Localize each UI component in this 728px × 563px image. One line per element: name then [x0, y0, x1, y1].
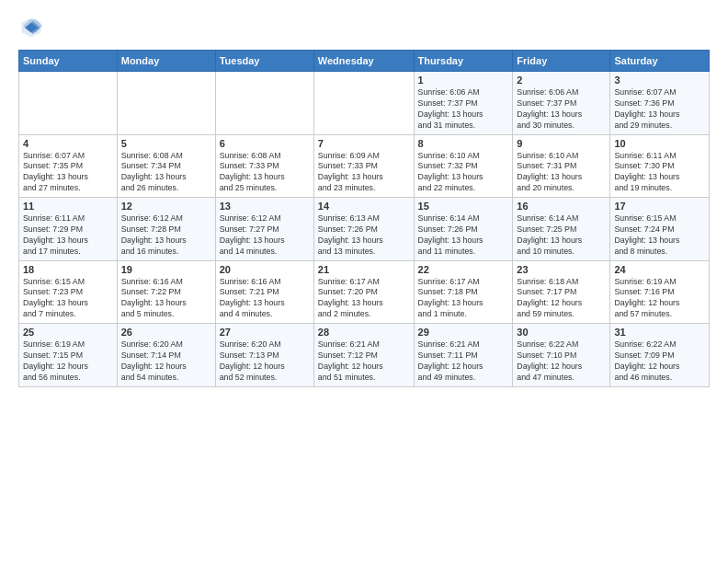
day-info: Sunrise: 6:07 AM Sunset: 7:35 PM Dayligh…: [23, 151, 113, 195]
calendar-week-2: 4Sunrise: 6:07 AM Sunset: 7:35 PM Daylig…: [19, 134, 710, 198]
calendar-cell: 3Sunrise: 6:07 AM Sunset: 7:36 PM Daylig…: [610, 72, 710, 135]
day-info: Sunrise: 6:08 AM Sunset: 7:33 PM Dayligh…: [220, 151, 310, 195]
day-number: 15: [418, 201, 509, 212]
day-number: 26: [121, 327, 211, 338]
day-number: 21: [318, 264, 410, 275]
calendar-cell: 23Sunrise: 6:18 AM Sunset: 7:17 PM Dayli…: [513, 260, 610, 324]
calendar-cell: 15Sunrise: 6:14 AM Sunset: 7:26 PM Dayli…: [414, 198, 513, 261]
day-info: Sunrise: 6:16 AM Sunset: 7:21 PM Dayligh…: [220, 277, 310, 321]
day-info: Sunrise: 6:18 AM Sunset: 7:17 PM Dayligh…: [517, 277, 606, 321]
day-number: 29: [418, 327, 509, 338]
calendar-cell: 27Sunrise: 6:20 AM Sunset: 7:13 PM Dayli…: [215, 324, 313, 387]
day-info: Sunrise: 6:21 AM Sunset: 7:11 PM Dayligh…: [418, 339, 509, 384]
day-number: 20: [220, 264, 310, 275]
day-number: 24: [614, 264, 705, 275]
calendar-cell: 10Sunrise: 6:11 AM Sunset: 7:30 PM Dayli…: [610, 134, 710, 198]
calendar-week-4: 18Sunrise: 6:15 AM Sunset: 7:23 PM Dayli…: [19, 260, 710, 324]
day-info: Sunrise: 6:16 AM Sunset: 7:22 PM Dayligh…: [121, 277, 211, 321]
day-number: 7: [318, 138, 410, 149]
day-number: 8: [418, 138, 509, 149]
day-number: 10: [614, 138, 705, 149]
calendar-cell: 6Sunrise: 6:08 AM Sunset: 7:33 PM Daylig…: [215, 134, 313, 198]
day-info: Sunrise: 6:08 AM Sunset: 7:34 PM Dayligh…: [121, 151, 211, 195]
day-info: Sunrise: 6:15 AM Sunset: 7:23 PM Dayligh…: [23, 277, 113, 321]
calendar-cell: 4Sunrise: 6:07 AM Sunset: 7:35 PM Daylig…: [19, 134, 118, 198]
day-info: Sunrise: 6:20 AM Sunset: 7:13 PM Dayligh…: [220, 339, 310, 384]
calendar-cell: 26Sunrise: 6:20 AM Sunset: 7:14 PM Dayli…: [117, 324, 215, 387]
day-number: 31: [614, 327, 705, 338]
calendar-cell: 31Sunrise: 6:22 AM Sunset: 7:09 PM Dayli…: [610, 324, 710, 387]
day-info: Sunrise: 6:21 AM Sunset: 7:12 PM Dayligh…: [318, 339, 410, 384]
calendar-cell: 11Sunrise: 6:11 AM Sunset: 7:29 PM Dayli…: [19, 198, 118, 261]
calendar-header-tuesday: Tuesday: [215, 51, 313, 72]
calendar-cell: 17Sunrise: 6:15 AM Sunset: 7:24 PM Dayli…: [610, 198, 710, 261]
day-number: 18: [23, 264, 113, 275]
day-number: 6: [220, 138, 310, 149]
day-number: 22: [418, 264, 509, 275]
day-info: Sunrise: 6:15 AM Sunset: 7:24 PM Dayligh…: [614, 213, 705, 258]
logo: [18, 15, 48, 40]
day-info: Sunrise: 6:07 AM Sunset: 7:36 PM Dayligh…: [614, 87, 705, 132]
calendar-header-row: SundayMondayTuesdayWednesdayThursdayFrid…: [19, 51, 710, 72]
calendar-cell: 13Sunrise: 6:12 AM Sunset: 7:27 PM Dayli…: [215, 198, 313, 261]
calendar-week-3: 11Sunrise: 6:11 AM Sunset: 7:29 PM Dayli…: [19, 198, 710, 261]
calendar-cell: 19Sunrise: 6:16 AM Sunset: 7:22 PM Dayli…: [117, 260, 215, 324]
day-info: Sunrise: 6:10 AM Sunset: 7:32 PM Dayligh…: [418, 151, 509, 195]
calendar-cell: 30Sunrise: 6:22 AM Sunset: 7:10 PM Dayli…: [513, 324, 610, 387]
calendar-header-saturday: Saturday: [610, 51, 710, 72]
calendar-table: SundayMondayTuesdayWednesdayThursdayFrid…: [18, 50, 710, 387]
day-info: Sunrise: 6:10 AM Sunset: 7:31 PM Dayligh…: [517, 151, 606, 195]
calendar-cell: 22Sunrise: 6:17 AM Sunset: 7:18 PM Dayli…: [414, 260, 513, 324]
day-info: Sunrise: 6:06 AM Sunset: 7:37 PM Dayligh…: [418, 87, 509, 132]
calendar-header-thursday: Thursday: [414, 51, 513, 72]
day-info: Sunrise: 6:19 AM Sunset: 7:16 PM Dayligh…: [614, 277, 705, 321]
day-number: 3: [614, 75, 705, 86]
day-info: Sunrise: 6:06 AM Sunset: 7:37 PM Dayligh…: [517, 87, 606, 132]
day-number: 2: [517, 75, 606, 86]
day-info: Sunrise: 6:14 AM Sunset: 7:26 PM Dayligh…: [418, 213, 509, 258]
calendar-cell: [215, 72, 313, 135]
day-number: 23: [517, 264, 606, 275]
calendar-cell: 18Sunrise: 6:15 AM Sunset: 7:23 PM Dayli…: [19, 260, 118, 324]
calendar-cell: 1Sunrise: 6:06 AM Sunset: 7:37 PM Daylig…: [414, 72, 513, 135]
calendar-cell: [117, 72, 215, 135]
day-number: 5: [121, 138, 211, 149]
day-number: 13: [220, 201, 310, 212]
day-info: Sunrise: 6:13 AM Sunset: 7:26 PM Dayligh…: [318, 213, 410, 258]
calendar-cell: 14Sunrise: 6:13 AM Sunset: 7:26 PM Dayli…: [313, 198, 414, 261]
day-number: 14: [318, 201, 410, 212]
calendar-cell: 7Sunrise: 6:09 AM Sunset: 7:33 PM Daylig…: [313, 134, 414, 198]
day-info: Sunrise: 6:12 AM Sunset: 7:28 PM Dayligh…: [121, 213, 211, 258]
day-number: 12: [121, 201, 211, 212]
day-info: Sunrise: 6:12 AM Sunset: 7:27 PM Dayligh…: [220, 213, 310, 258]
day-info: Sunrise: 6:14 AM Sunset: 7:25 PM Dayligh…: [517, 213, 606, 258]
day-info: Sunrise: 6:17 AM Sunset: 7:18 PM Dayligh…: [418, 277, 509, 321]
day-number: 1: [418, 75, 509, 86]
page-header: [18, 15, 710, 40]
calendar-cell: 9Sunrise: 6:10 AM Sunset: 7:31 PM Daylig…: [513, 134, 610, 198]
calendar-cell: 21Sunrise: 6:17 AM Sunset: 7:20 PM Dayli…: [313, 260, 414, 324]
day-number: 17: [614, 201, 705, 212]
calendar-cell: 20Sunrise: 6:16 AM Sunset: 7:21 PM Dayli…: [215, 260, 313, 324]
calendar-cell: [19, 72, 118, 135]
day-number: 4: [23, 138, 113, 149]
day-number: 28: [318, 327, 410, 338]
day-info: Sunrise: 6:17 AM Sunset: 7:20 PM Dayligh…: [318, 277, 410, 321]
calendar-header-sunday: Sunday: [19, 51, 118, 72]
calendar-header-friday: Friday: [513, 51, 610, 72]
day-number: 11: [23, 201, 113, 212]
calendar-cell: 5Sunrise: 6:08 AM Sunset: 7:34 PM Daylig…: [117, 134, 215, 198]
day-number: 27: [220, 327, 310, 338]
day-number: 16: [517, 201, 606, 212]
day-number: 9: [517, 138, 606, 149]
day-number: 30: [517, 327, 606, 338]
logo-icon: [18, 15, 44, 40]
day-info: Sunrise: 6:20 AM Sunset: 7:14 PM Dayligh…: [121, 339, 211, 384]
calendar-cell: 28Sunrise: 6:21 AM Sunset: 7:12 PM Dayli…: [313, 324, 414, 387]
day-info: Sunrise: 6:22 AM Sunset: 7:10 PM Dayligh…: [517, 339, 606, 384]
calendar-header-wednesday: Wednesday: [313, 51, 414, 72]
day-info: Sunrise: 6:09 AM Sunset: 7:33 PM Dayligh…: [318, 151, 410, 195]
calendar-week-1: 1Sunrise: 6:06 AM Sunset: 7:37 PM Daylig…: [19, 72, 710, 135]
day-info: Sunrise: 6:11 AM Sunset: 7:29 PM Dayligh…: [23, 213, 113, 258]
calendar-cell: 2Sunrise: 6:06 AM Sunset: 7:37 PM Daylig…: [513, 72, 610, 135]
